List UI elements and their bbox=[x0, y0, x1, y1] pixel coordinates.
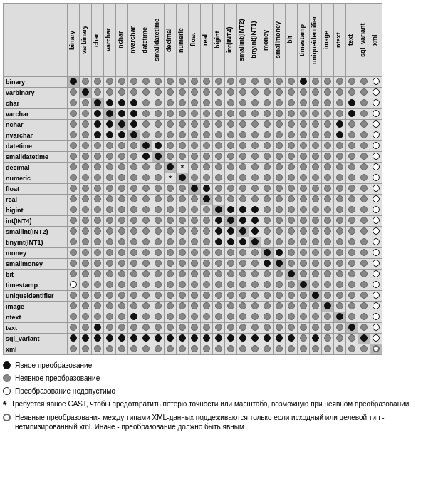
cell-decimal-decimal bbox=[165, 163, 177, 173]
cell-datetime-image bbox=[322, 141, 334, 152]
implicit-dot bbox=[94, 345, 101, 352]
cell-binary-decimal bbox=[165, 77, 177, 88]
implicit-dot bbox=[276, 142, 283, 149]
implicit-dot bbox=[118, 174, 125, 181]
implicit-dot bbox=[155, 174, 162, 181]
implicit-dot bbox=[155, 110, 162, 117]
cell-smalldatetime-xml bbox=[370, 152, 382, 163]
implicit-dot bbox=[288, 345, 295, 352]
implicit-dot bbox=[118, 195, 125, 202]
implicit-dot bbox=[312, 120, 319, 128]
implicit-dot bbox=[179, 313, 186, 320]
col-header-text: text bbox=[346, 4, 358, 77]
cell-xml-nchar bbox=[116, 344, 128, 355]
cell-datetime-datetime bbox=[140, 141, 152, 152]
cell-varbinary-bit bbox=[286, 88, 298, 98]
cell-smalldatetime-binary bbox=[68, 152, 80, 163]
implicit-dot bbox=[239, 281, 246, 288]
implicit-dot bbox=[276, 206, 283, 213]
cell-varchar-bigint bbox=[213, 109, 225, 120]
explicit-dot bbox=[348, 110, 355, 117]
cell-ntext-bit bbox=[286, 312, 298, 323]
implicit-dot bbox=[288, 131, 295, 138]
implicit-dot bbox=[251, 292, 259, 299]
row-header-real: real bbox=[4, 195, 68, 205]
cell-timestamp-nchar bbox=[116, 280, 128, 291]
cell-xml-nvarchar bbox=[128, 344, 140, 355]
cell-timestamp-sql_variant bbox=[358, 280, 370, 291]
implicit-dot bbox=[215, 78, 222, 85]
cell-varbinary-smalldatetime bbox=[152, 88, 165, 98]
conversion-table: binaryvarbinarycharvarcharncharnvarchard… bbox=[3, 3, 382, 355]
cell-text-text bbox=[346, 323, 358, 334]
cell-float-binary bbox=[68, 184, 80, 195]
cell-ntext-bigint bbox=[213, 312, 225, 323]
cell-image-char bbox=[92, 302, 104, 312]
cell-float-float bbox=[189, 184, 201, 195]
implicit-dot bbox=[191, 110, 198, 117]
implicit-dot bbox=[360, 142, 368, 149]
cell-bigint-tinyint(INT1) bbox=[249, 205, 261, 216]
implicit-dot bbox=[264, 324, 271, 331]
cell-smallmoney-datetime bbox=[140, 259, 152, 270]
implicit-dot bbox=[130, 324, 137, 331]
implicit-dot bbox=[312, 206, 319, 213]
cell-text-varbinary bbox=[80, 323, 92, 334]
implicit-dot bbox=[300, 142, 307, 149]
implicit-dot bbox=[179, 120, 186, 128]
implicit-dot bbox=[167, 345, 174, 352]
implicit-dot bbox=[215, 249, 222, 256]
implicit-dot bbox=[324, 324, 331, 331]
implicit-dot bbox=[264, 99, 271, 106]
implicit-dot bbox=[82, 185, 89, 192]
implicit-dot bbox=[324, 78, 331, 85]
implicit-dot bbox=[167, 110, 174, 117]
implicit-dot bbox=[239, 131, 246, 138]
cell-nchar-varbinary bbox=[80, 120, 92, 130]
implicit-dot bbox=[227, 110, 234, 117]
legend-text: Неявные преобразования между типами XML-… bbox=[15, 413, 445, 431]
cell-varbinary-smallint(INT2) bbox=[237, 88, 249, 98]
cell-money-timestamp bbox=[298, 248, 310, 259]
explicit-dot bbox=[203, 334, 210, 342]
implicit-dot bbox=[142, 227, 150, 235]
implicit-dot bbox=[324, 99, 331, 106]
cell-real-text bbox=[346, 195, 358, 205]
implicit-dot bbox=[155, 270, 162, 277]
row-header-money: money bbox=[4, 248, 68, 259]
cell-bigint-xml bbox=[370, 205, 382, 216]
implicit-dot bbox=[203, 313, 210, 320]
cell-datetime-tinyint(INT1) bbox=[249, 141, 261, 152]
implicit-dot bbox=[82, 281, 89, 288]
cell-smalldatetime-uniqueidentifier bbox=[310, 152, 322, 163]
col-header-xml: xml bbox=[370, 4, 382, 77]
cell-money-sql_variant bbox=[358, 248, 370, 259]
cell-binary-varchar bbox=[104, 77, 116, 88]
explicit-dot bbox=[179, 334, 186, 342]
cell-nvarchar-bigint bbox=[213, 130, 225, 141]
implicit-dot bbox=[106, 270, 113, 277]
cell-float-bigint bbox=[213, 184, 225, 195]
explicit-dot bbox=[94, 99, 101, 106]
cell-varbinary-nvarchar bbox=[128, 88, 140, 98]
row-header-ntext: ntext bbox=[4, 312, 68, 323]
implicit-dot bbox=[264, 131, 271, 138]
explicit-dot bbox=[130, 120, 137, 128]
implicit-dot bbox=[276, 131, 283, 138]
cell-smallmoney-money bbox=[261, 259, 274, 270]
implicit-dot bbox=[312, 345, 319, 352]
implicit-dot bbox=[348, 217, 355, 224]
notallowed-dot bbox=[373, 270, 380, 277]
cell-uniqueidentifier-smallint(INT2) bbox=[237, 291, 249, 302]
cell-bigint-datetime bbox=[140, 205, 152, 216]
cell-varbinary-numeric bbox=[177, 88, 189, 98]
cell-money-varchar bbox=[104, 248, 116, 259]
cell-smallint(INT2)-xml bbox=[370, 227, 382, 237]
cell-smallmoney-nvarchar bbox=[128, 259, 140, 270]
cell-sql_variant-real bbox=[201, 334, 213, 344]
cell-smallmoney-uniqueidentifier bbox=[310, 259, 322, 270]
explicit-dot bbox=[70, 334, 77, 342]
implicit-dot bbox=[215, 131, 222, 138]
cell-binary-bit bbox=[286, 77, 298, 88]
cell-varbinary-xml bbox=[370, 88, 382, 98]
